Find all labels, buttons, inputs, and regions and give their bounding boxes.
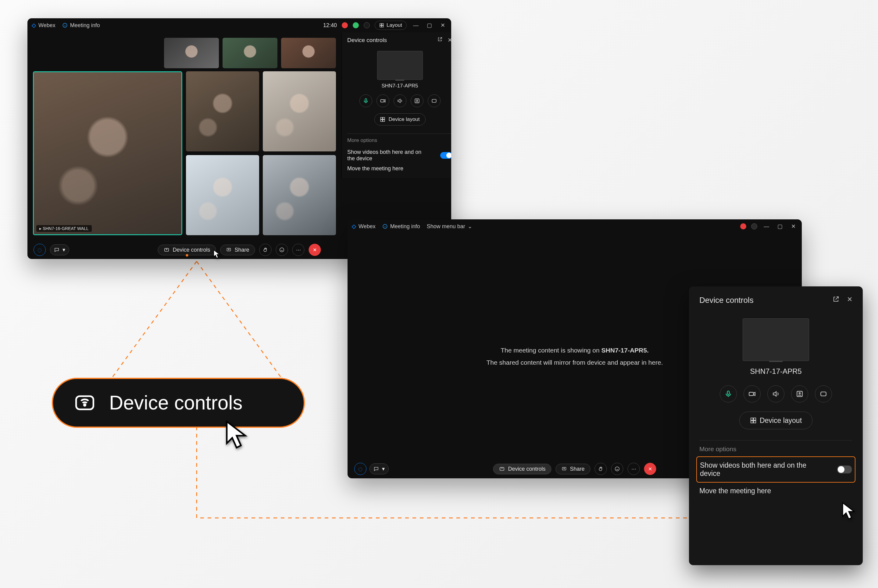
device-controls-panel: Device controls ✕ SHN7-17-APR5 Device la… — [341, 32, 451, 178]
video-stage: ▸ SHN7-16-GREAT WALL — [27, 32, 341, 241]
close-panel-icon[interactable]: ✕ — [847, 296, 852, 305]
show-menu-bar-button[interactable]: Show menu bar ⌄ — [427, 223, 472, 230]
record-indicator-icon — [740, 224, 746, 230]
reactions-button[interactable] — [276, 244, 288, 256]
callout-label: Device controls — [109, 392, 243, 414]
app-logo: ◇Webex — [352, 223, 376, 230]
device-preview-icon — [743, 318, 809, 361]
svg-rect-28 — [751, 421, 753, 423]
svg-rect-4 — [382, 26, 383, 27]
raise-hand-button[interactable] — [595, 463, 607, 475]
device-keypad-button[interactable] — [815, 386, 832, 402]
participant-tile[interactable] — [263, 71, 336, 152]
svg-rect-27 — [753, 418, 756, 420]
device-name: SHN7-17-APR5 — [347, 83, 451, 89]
more-options-label: More options — [699, 446, 852, 453]
connection-icon[interactable]: ◌ — [354, 463, 367, 475]
svg-rect-2 — [382, 24, 383, 25]
svg-rect-12 — [381, 120, 383, 122]
status-mute-icon — [364, 22, 370, 28]
share-button[interactable]: Share — [220, 244, 255, 255]
device-camera-button[interactable] — [376, 94, 389, 107]
svg-rect-11 — [383, 117, 385, 119]
maximize-button[interactable]: ▢ — [425, 21, 433, 30]
device-camera-button[interactable] — [744, 386, 761, 402]
svg-rect-21 — [728, 391, 729, 394]
svg-point-20 — [615, 467, 619, 471]
device-layout-button[interactable]: Device layout — [739, 412, 812, 429]
device-icon — [72, 391, 97, 415]
reactions-button[interactable] — [611, 463, 624, 475]
leave-button[interactable]: ✕ — [309, 244, 321, 256]
device-controls-callout: Device controls — [52, 378, 305, 428]
chat-button[interactable]: ▾ — [370, 464, 389, 474]
device-volume-button[interactable] — [394, 94, 406, 107]
participant-tile[interactable] — [186, 71, 259, 152]
svg-rect-10 — [381, 117, 383, 119]
layout-button[interactable]: Layout — [375, 21, 407, 30]
device-selfview-button[interactable] — [791, 386, 808, 402]
svg-point-8 — [416, 100, 417, 101]
record-indicator-icon — [342, 22, 348, 28]
svg-rect-26 — [751, 418, 753, 420]
device-controls-panel-large: Device controls ✕ SHN7-17-APR5 Device la… — [689, 286, 863, 565]
maximize-button[interactable]: ▢ — [776, 222, 784, 231]
panel-title: Device controls — [699, 296, 753, 305]
svg-rect-13 — [383, 120, 385, 122]
minimize-button[interactable]: — — [412, 21, 420, 30]
device-selfview-button[interactable] — [410, 94, 424, 107]
show-videos-option: Show videos both here and on the device — [700, 461, 816, 478]
device-mic-button[interactable] — [359, 94, 372, 107]
device-keypad-button[interactable] — [428, 94, 441, 107]
svg-rect-5 — [365, 99, 367, 102]
move-meeting-option[interactable]: Move the meeting here — [347, 165, 403, 172]
leave-button[interactable]: ✕ — [644, 463, 656, 475]
participant-thumbnail[interactable] — [223, 38, 277, 68]
close-button[interactable]: ✕ — [438, 21, 447, 30]
participant-thumbnail[interactable] — [281, 38, 336, 68]
app-logo: ◇Webex — [32, 22, 56, 28]
meeting-time: 12:40 — [323, 22, 337, 28]
close-panel-icon[interactable]: ✕ — [448, 36, 451, 44]
svg-rect-22 — [749, 392, 753, 396]
panel-title: Device controls — [347, 37, 387, 44]
popout-icon[interactable] — [832, 296, 840, 305]
participant-thumbnail[interactable] — [164, 38, 219, 68]
show-videos-toggle[interactable] — [440, 152, 451, 159]
meeting-info-button[interactable]: Meeting info — [382, 224, 420, 230]
connection-icon[interactable]: ◌ — [33, 244, 46, 256]
svg-point-24 — [799, 393, 800, 394]
svg-rect-3 — [380, 26, 381, 27]
participant-tile[interactable] — [263, 155, 336, 235]
status-indicator-icon — [353, 22, 359, 28]
popout-icon[interactable] — [437, 36, 443, 44]
minimize-button[interactable]: — — [762, 222, 771, 231]
meeting-info-button[interactable]: Meeting info — [62, 22, 100, 28]
svg-point-16 — [280, 248, 284, 252]
close-button[interactable]: ✕ — [789, 222, 798, 231]
device-controls-button[interactable]: Device controls — [158, 244, 216, 255]
svg-point-31 — [84, 404, 86, 406]
svg-rect-6 — [380, 100, 384, 102]
svg-rect-29 — [753, 421, 756, 423]
status-indicator-icon — [751, 224, 757, 230]
raise-hand-button[interactable] — [259, 244, 272, 256]
share-button[interactable]: Share — [556, 464, 591, 474]
more-button[interactable]: ⋯ — [628, 463, 640, 475]
move-meeting-option[interactable]: Move the meeting here — [699, 487, 771, 495]
device-volume-button[interactable] — [767, 386, 785, 402]
svg-rect-1 — [380, 24, 381, 25]
device-controls-button[interactable]: Device controls — [493, 464, 551, 474]
active-speaker-tile[interactable]: ▸ SHN7-16-GREAT WALL — [33, 71, 182, 235]
show-videos-option: Show videos both here and on the device — [347, 149, 427, 162]
svg-rect-18 — [500, 467, 504, 470]
chat-button[interactable]: ▾ — [50, 244, 69, 255]
show-videos-toggle[interactable] — [837, 465, 852, 474]
device-preview-icon — [377, 51, 423, 80]
device-name: SHN7-17-APR5 — [699, 367, 852, 376]
device-mic-button[interactable] — [720, 386, 737, 402]
participant-tile[interactable] — [186, 155, 259, 235]
more-options-label: More options — [347, 137, 451, 144]
more-button[interactable]: ⋯ — [292, 244, 305, 256]
device-layout-button[interactable]: Device layout — [374, 113, 425, 126]
